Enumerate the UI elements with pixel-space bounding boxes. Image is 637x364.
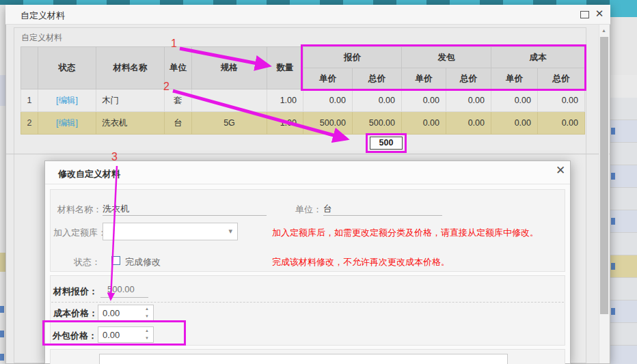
cost-price-input[interactable] [98, 305, 141, 320]
table-row-selected[interactable]: 2 [编辑] 洗衣机 台 5G 1.00 500.00 500.00 0.00 … [21, 112, 585, 135]
screen: 自定义材料 ✕ 自定义材料 状态 材料名称 单位 规格 数量 报价 发包 成本 … [0, 0, 637, 364]
row-number: 1 [21, 89, 38, 112]
background-table-row [610, 165, 637, 188]
background-left-sliver [0, 5, 5, 364]
background-row-fragment [0, 253, 5, 272]
cell-out-unit: 0.00 [402, 89, 446, 112]
cell-cost-unit: 0.00 [491, 112, 538, 135]
price-columns-highlight [301, 44, 586, 91]
dialog-titlebar [5, 5, 610, 25]
modal-title: 修改自定义材料 [58, 168, 120, 180]
background-toolbar [0, 0, 637, 5]
background-link-fragment [0, 354, 4, 361]
cell-out-total: 0.00 [446, 112, 491, 135]
outsource-price-highlight [42, 320, 186, 346]
cell-cost-total: 0.00 [538, 89, 585, 112]
material-quote-value: 500.00 [100, 284, 148, 298]
background-link-fragment [611, 173, 615, 180]
complete-modification-label: 完成修改 [125, 256, 161, 268]
spin-up-icon[interactable]: ▲ [141, 305, 152, 313]
row-number: 2 [21, 112, 38, 135]
material-quote-label: 材料报价： [53, 285, 98, 298]
divider [51, 302, 564, 303]
complete-modification-checkbox[interactable] [111, 256, 120, 265]
col-header-name: 材料名称 [96, 47, 165, 89]
background-table-row [610, 143, 637, 165]
unit-input[interactable] [323, 202, 442, 216]
background-panel [610, 17, 637, 75]
cell-quote-unit: 500.00 [303, 112, 353, 135]
annotation-number-2: 2 [163, 81, 170, 93]
background-table-row [610, 255, 637, 278]
background-link-fragment [611, 218, 615, 225]
background-link-fragment [611, 263, 615, 270]
modal-close-icon[interactable]: ✕ [554, 164, 567, 178]
col-header-spec: 规格 [192, 47, 267, 89]
cell-spec [192, 89, 267, 112]
spin-down-icon[interactable]: ▼ [141, 313, 152, 320]
status-label: 状态： [74, 256, 100, 268]
cell-out-unit: 0.00 [402, 112, 446, 135]
cell-quote-unit: 0.00 [303, 89, 353, 112]
background-table-row [610, 323, 637, 346]
background-table-row [610, 188, 637, 210]
groupbox-label: 自定义材料 [21, 32, 62, 44]
cost-price-stepper[interactable]: ▲ ▼ [98, 305, 154, 321]
background-link-fragment [611, 128, 615, 135]
background-table-row [610, 278, 637, 300]
scrollbar-thumb[interactable] [600, 37, 608, 314]
cell-qty: 1.00 [267, 89, 303, 112]
background-table-row [610, 120, 637, 143]
background-toolbar-text-fragments [0, 0, 637, 5]
cell-name: 木门 [96, 89, 165, 112]
background-link-fragment [0, 306, 4, 313]
background-table-row [610, 210, 637, 233]
cell-qty: 1.00 [267, 112, 303, 135]
close-icon[interactable]: ✕ [594, 8, 605, 20]
background-link-fragment [0, 331, 4, 337]
background-table-row [610, 346, 637, 364]
background-row-fragment [0, 75, 5, 106]
quote-value-highlight: 500 [366, 133, 407, 153]
quota-library-label: 加入定额库： [53, 227, 107, 239]
cell-quote-total: 0.00 [353, 89, 402, 112]
chevron-down-icon: ▾ [228, 227, 232, 236]
status-warning-text: 完成该材料修改，不允许再次更改成本价格。 [272, 256, 450, 268]
annotation-number-1: 1 [171, 38, 177, 50]
cell-unit: 台 [165, 112, 192, 135]
remark-textarea[interactable] [99, 354, 508, 364]
quota-library-select[interactable]: ▾ [103, 223, 238, 240]
dialog-title: 自定义材料 [21, 10, 65, 22]
quote-value-box: 500 [370, 137, 403, 150]
background-link-fragment [611, 308, 615, 315]
annotation-number-3: 3 [111, 151, 118, 163]
background-table-row [610, 300, 637, 323]
edit-link[interactable]: [编辑] [56, 96, 78, 105]
cell-quote-total: 500.00 [353, 112, 402, 135]
scrollbar-up-icon[interactable]: ▲ [599, 26, 609, 36]
background-toolbar-corner [610, 0, 637, 17]
unit-label: 单位： [295, 204, 322, 216]
maximize-icon[interactable] [580, 11, 589, 18]
edit-link[interactable]: [编辑] [56, 118, 78, 128]
cell-cost-unit: 0.00 [491, 89, 538, 112]
divider [45, 184, 570, 184]
background-table-row [610, 98, 637, 120]
quota-warning-text: 加入定额库后，如需更改定额分类及价格，请直接从定额库中修改。 [272, 227, 539, 239]
col-header-rownum [21, 47, 38, 89]
cell-spec: 5G [192, 112, 267, 135]
cell-name: 洗衣机 [96, 112, 165, 135]
table-row[interactable]: 1 [编辑] 木门 套 1.00 0.00 0.00 0.00 0.00 0.0… [21, 89, 585, 112]
material-name-label: 材料名称： [57, 204, 102, 216]
col-header-status: 状态 [38, 47, 96, 89]
cell-out-total: 0.00 [446, 89, 491, 112]
material-name-input[interactable] [103, 202, 267, 216]
col-header-qty: 数量 [267, 47, 303, 89]
cost-price-label: 成本价格： [53, 307, 98, 320]
divider [6, 154, 610, 154]
cell-cost-total: 0.00 [538, 112, 585, 135]
background-table-row [610, 233, 637, 255]
